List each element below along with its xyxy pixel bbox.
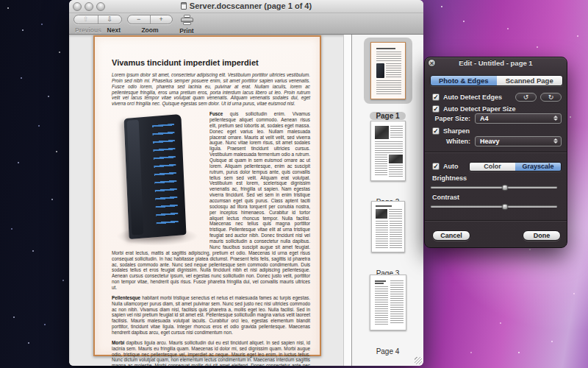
starfield-right bbox=[441, 6, 442, 7]
brightness-label: Brightness bbox=[432, 174, 467, 182]
contrast-slider[interactable] bbox=[431, 202, 557, 209]
contrast-label: Contrast bbox=[432, 194, 459, 201]
window-titlebar[interactable]: Server.docscanner (page 1 of 4) bbox=[69, 0, 423, 13]
thumbnail-label: Page 4 bbox=[370, 347, 406, 355]
previous-label: Previous bbox=[75, 26, 101, 34]
auto-label: Auto bbox=[443, 163, 459, 170]
color-mode-segmented-control: Color Grayscale bbox=[469, 162, 562, 171]
brightness-slider[interactable] bbox=[431, 183, 557, 190]
cancel-button[interactable]: Cancel bbox=[432, 230, 470, 241]
paper-size-label: Paper Size: bbox=[432, 115, 470, 122]
done-button[interactable]: Done bbox=[523, 230, 561, 241]
intro-paragraph: Lorem ipsum dolor sit amet, consectetur … bbox=[112, 72, 310, 107]
whiten-label: Whiten: bbox=[432, 138, 470, 145]
edit-panel[interactable]: × Edit - Untitled - page 1 Photo & Edges… bbox=[424, 57, 567, 248]
thumbnail-page-2[interactable]: Page 2 bbox=[352, 121, 423, 194]
next-page-button[interactable]: ⇩ bbox=[98, 15, 122, 24]
mini-photo bbox=[389, 155, 403, 163]
page-title: Vivamus tincidunt imperdiet imperdiet bbox=[112, 58, 310, 67]
print-label: Print bbox=[174, 27, 199, 35]
rotate-counterclockwise-button[interactable]: ↺ bbox=[515, 93, 537, 102]
server-tower-image bbox=[112, 112, 204, 247]
auto-detect-paper-size-checkbox[interactable]: ✓ bbox=[432, 105, 440, 113]
previous-page-button[interactable]: ⇧ bbox=[74, 15, 98, 24]
auto-detect-edges-checkbox[interactable]: ✓ bbox=[432, 93, 440, 101]
thumbnail-page-3[interactable]: Page 3 bbox=[352, 201, 423, 269]
document-icon bbox=[181, 2, 187, 10]
paper-size-dropdown[interactable]: A4 bbox=[475, 113, 562, 124]
docscanner-window: Server.docscanner (page 1 of 4) ⇧ ⇩ Prev… bbox=[69, 0, 423, 366]
thumbnail-page-4[interactable]: Page 4 bbox=[352, 275, 423, 345]
dropdown-arrows-icon bbox=[553, 138, 558, 144]
color-mode-option[interactable]: Color bbox=[470, 163, 515, 171]
tab-photo-edges[interactable]: Photo & Edges bbox=[431, 76, 497, 85]
mini-photo bbox=[376, 209, 387, 219]
contrast-slider-thumb[interactable] bbox=[502, 204, 509, 210]
print-button[interactable] bbox=[181, 15, 193, 25]
scanned-page[interactable]: Vivamus tincidunt imperdiet imperdiet Lo… bbox=[93, 35, 321, 356]
whiten-value: Heavy bbox=[480, 138, 500, 145]
mini-server-image bbox=[376, 63, 384, 78]
next-label: Next bbox=[107, 26, 121, 34]
panel-divider bbox=[425, 152, 567, 153]
auto-checkbox[interactable]: ✓ bbox=[432, 163, 440, 170]
paper-size-value: A4 bbox=[480, 115, 489, 122]
panel-tabs: Photo & Edges Scanned Page bbox=[430, 75, 563, 86]
body-paragraph: Morbi dapibus ligula arcu. Mauris sollic… bbox=[112, 340, 310, 366]
whiten-dropdown[interactable]: Heavy bbox=[475, 136, 562, 146]
panel-divider bbox=[425, 220, 567, 222]
toolbar: ⇧ ⇩ Previous Next − + Zoom Print bbox=[69, 13, 423, 35]
zoom-label: Zoom bbox=[127, 26, 173, 34]
thumbnail-sidebar[interactable]: Page 1 Page 2 bbox=[352, 35, 423, 366]
grayscale-mode-option[interactable]: Grayscale bbox=[515, 163, 561, 171]
zoom-in-button[interactable]: + bbox=[150, 15, 173, 24]
panel-title: Edit - Untitled - page 1 bbox=[425, 59, 567, 67]
vertical-scrollbar[interactable] bbox=[343, 35, 351, 366]
server-led-stripes bbox=[152, 124, 179, 227]
auto-detect-edges-label: Auto Detect Edges bbox=[443, 93, 502, 101]
mini-photo bbox=[375, 126, 389, 139]
window-resize-grip[interactable] bbox=[415, 357, 422, 364]
brightness-slider-thumb[interactable] bbox=[502, 185, 509, 191]
sharpen-checkbox[interactable]: ✓ bbox=[432, 127, 440, 135]
dropdown-arrows-icon bbox=[553, 116, 558, 121]
starfield-left bbox=[7, 7, 9, 9]
tab-scanned-page[interactable]: Scanned Page bbox=[497, 76, 563, 85]
document-view[interactable]: Vivamus tincidunt imperdiet imperdiet Lo… bbox=[69, 35, 351, 366]
window-title: Server.docscanner (page 1 of 4) bbox=[69, 1, 423, 10]
rotate-clockwise-button[interactable]: ↻ bbox=[540, 93, 562, 102]
zoom-out-button[interactable]: − bbox=[128, 15, 150, 24]
body-paragraph: Pellentesque habitant morbi tristique se… bbox=[112, 295, 310, 336]
auto-detect-paper-size-label: Auto Detect Paper Size bbox=[443, 105, 516, 113]
thumbnail-label: Page 1 bbox=[370, 112, 405, 120]
sharpen-label: Sharpen bbox=[443, 127, 470, 135]
thumbnail-page-1[interactable]: Page 1 bbox=[352, 38, 423, 114]
